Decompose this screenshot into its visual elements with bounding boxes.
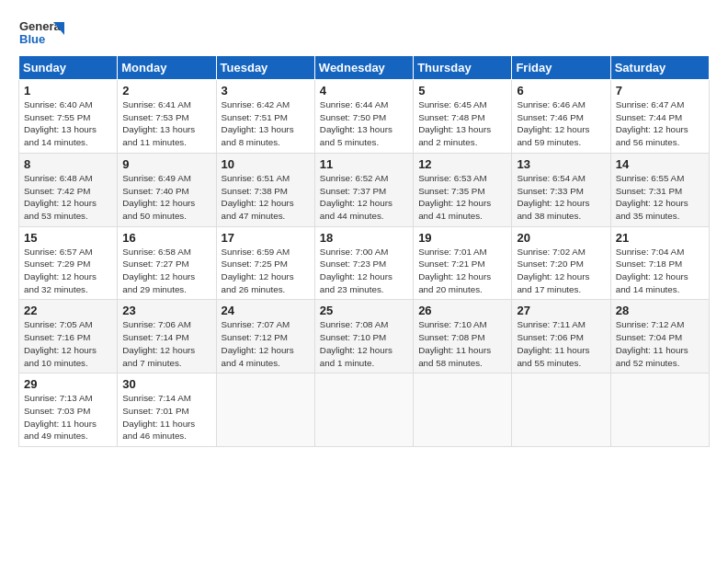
calendar-week-1: 1Sunrise: 6:40 AMSunset: 7:55 PMDaylight… (19, 80, 710, 154)
calendar-cell: 25Sunrise: 7:08 AMSunset: 7:10 PMDayligh… (314, 300, 413, 373)
day-info: Sunrise: 6:55 AMSunset: 7:31 PMDaylight:… (616, 172, 704, 223)
day-number: 4 (320, 84, 408, 98)
calendar-cell: 1Sunrise: 6:40 AMSunset: 7:55 PMDaylight… (19, 80, 118, 154)
day-info: Sunrise: 7:04 AMSunset: 7:18 PMDaylight:… (616, 246, 704, 296)
calendar-cell: 15Sunrise: 6:57 AMSunset: 7:29 PMDayligh… (19, 226, 118, 300)
day-number: 8 (24, 157, 112, 171)
day-number: 21 (616, 231, 704, 245)
calendar-cell: 5Sunrise: 6:45 AMSunset: 7:48 PMDaylight… (414, 80, 512, 154)
calendar-cell: 12Sunrise: 6:53 AMSunset: 7:35 PMDayligh… (414, 153, 512, 226)
day-number: 12 (418, 157, 506, 171)
day-info: Sunrise: 7:08 AMSunset: 7:10 PMDaylight:… (320, 318, 408, 369)
day-info: Sunrise: 6:51 AMSunset: 7:38 PMDaylight:… (222, 172, 310, 223)
day-info: Sunrise: 6:46 AMSunset: 7:46 PMDaylight:… (517, 98, 605, 149)
calendar-header-sunday: Sunday (19, 56, 118, 80)
day-number: 9 (122, 157, 210, 171)
calendar-header-wednesday: Wednesday (314, 56, 413, 80)
day-info: Sunrise: 7:01 AMSunset: 7:21 PMDaylight:… (418, 246, 506, 296)
day-number: 13 (517, 157, 605, 171)
calendar-cell: 3Sunrise: 6:42 AMSunset: 7:51 PMDaylight… (216, 80, 314, 154)
day-number: 22 (24, 304, 112, 317)
day-info: Sunrise: 7:02 AMSunset: 7:20 PMDaylight:… (517, 246, 605, 296)
day-number: 30 (122, 377, 210, 391)
calendar-cell: 10Sunrise: 6:51 AMSunset: 7:38 PMDayligh… (216, 153, 314, 226)
day-info: Sunrise: 7:00 AMSunset: 7:23 PMDaylight:… (320, 246, 408, 296)
calendar-table: SundayMondayTuesdayWednesdayThursdayFrid… (18, 55, 710, 447)
calendar-cell (216, 373, 314, 447)
calendar-cell: 9Sunrise: 6:49 AMSunset: 7:40 PMDaylight… (118, 153, 216, 226)
calendar-cell: 28Sunrise: 7:12 AMSunset: 7:04 PMDayligh… (610, 300, 709, 373)
calendar-cell (414, 373, 512, 447)
calendar-header-saturday: Saturday (610, 56, 709, 80)
day-info: Sunrise: 6:41 AMSunset: 7:53 PMDaylight:… (122, 98, 210, 149)
day-info: Sunrise: 6:52 AMSunset: 7:37 PMDaylight:… (320, 172, 408, 223)
header: General Blue (18, 15, 710, 50)
calendar-cell: 14Sunrise: 6:55 AMSunset: 7:31 PMDayligh… (610, 153, 709, 226)
calendar-header-row: SundayMondayTuesdayWednesdayThursdayFrid… (19, 56, 710, 80)
day-number: 27 (517, 304, 605, 317)
calendar-cell: 13Sunrise: 6:54 AMSunset: 7:33 PMDayligh… (512, 153, 610, 226)
calendar-cell: 20Sunrise: 7:02 AMSunset: 7:20 PMDayligh… (512, 226, 610, 300)
day-number: 10 (222, 157, 310, 171)
calendar-cell: 27Sunrise: 7:11 AMSunset: 7:06 PMDayligh… (512, 300, 610, 373)
calendar-cell: 22Sunrise: 7:05 AMSunset: 7:16 PMDayligh… (19, 300, 118, 373)
day-info: Sunrise: 6:44 AMSunset: 7:50 PMDaylight:… (320, 98, 408, 149)
calendar-cell: 19Sunrise: 7:01 AMSunset: 7:21 PMDayligh… (414, 226, 512, 300)
logo-icon: General Blue (18, 15, 66, 50)
calendar-header-friday: Friday (512, 56, 610, 80)
day-number: 3 (222, 84, 310, 98)
day-info: Sunrise: 6:47 AMSunset: 7:44 PMDaylight:… (616, 98, 704, 149)
calendar-cell: 26Sunrise: 7:10 AMSunset: 7:08 PMDayligh… (414, 300, 512, 373)
day-number: 20 (517, 231, 605, 245)
day-info: Sunrise: 7:10 AMSunset: 7:08 PMDaylight:… (418, 318, 506, 369)
day-info: Sunrise: 7:14 AMSunset: 7:01 PMDaylight:… (122, 392, 210, 442)
calendar-week-5: 29Sunrise: 7:13 AMSunset: 7:03 PMDayligh… (19, 373, 710, 447)
calendar-cell: 8Sunrise: 6:48 AMSunset: 7:42 PMDaylight… (19, 153, 118, 226)
day-number: 7 (616, 84, 704, 98)
day-info: Sunrise: 6:58 AMSunset: 7:27 PMDaylight:… (122, 246, 210, 296)
day-info: Sunrise: 7:12 AMSunset: 7:04 PMDaylight:… (616, 318, 704, 369)
day-number: 5 (418, 84, 506, 98)
day-number: 26 (418, 304, 506, 317)
day-info: Sunrise: 7:11 AMSunset: 7:06 PMDaylight:… (517, 318, 605, 369)
calendar-cell: 2Sunrise: 6:41 AMSunset: 7:53 PMDaylight… (118, 80, 216, 154)
day-info: Sunrise: 6:48 AMSunset: 7:42 PMDaylight:… (24, 172, 112, 223)
calendar-week-3: 15Sunrise: 6:57 AMSunset: 7:29 PMDayligh… (19, 226, 710, 300)
calendar-cell: 24Sunrise: 7:07 AMSunset: 7:12 PMDayligh… (216, 300, 314, 373)
day-number: 24 (222, 304, 310, 317)
calendar-week-2: 8Sunrise: 6:48 AMSunset: 7:42 PMDaylight… (19, 153, 710, 226)
day-number: 6 (517, 84, 605, 98)
day-info: Sunrise: 6:54 AMSunset: 7:33 PMDaylight:… (517, 172, 605, 223)
calendar-cell: 7Sunrise: 6:47 AMSunset: 7:44 PMDaylight… (610, 80, 709, 154)
day-info: Sunrise: 6:59 AMSunset: 7:25 PMDaylight:… (222, 246, 310, 296)
calendar-cell: 6Sunrise: 6:46 AMSunset: 7:46 PMDaylight… (512, 80, 610, 154)
calendar-cell: 21Sunrise: 7:04 AMSunset: 7:18 PMDayligh… (610, 226, 709, 300)
calendar-header-tuesday: Tuesday (216, 56, 314, 80)
day-number: 15 (24, 231, 112, 245)
day-number: 19 (418, 231, 506, 245)
day-number: 17 (222, 231, 310, 245)
calendar-cell: 4Sunrise: 6:44 AMSunset: 7:50 PMDaylight… (314, 80, 413, 154)
day-number: 14 (616, 157, 704, 171)
day-info: Sunrise: 6:40 AMSunset: 7:55 PMDaylight:… (24, 98, 112, 149)
day-number: 18 (320, 231, 408, 245)
calendar-cell (314, 373, 413, 447)
day-info: Sunrise: 7:07 AMSunset: 7:12 PMDaylight:… (222, 318, 310, 369)
day-info: Sunrise: 7:05 AMSunset: 7:16 PMDaylight:… (24, 318, 112, 369)
page: General Blue SundayMondayTuesdayWednesda… (0, 0, 728, 456)
day-info: Sunrise: 6:49 AMSunset: 7:40 PMDaylight:… (122, 172, 210, 223)
day-info: Sunrise: 7:13 AMSunset: 7:03 PMDaylight:… (24, 392, 112, 442)
day-number: 25 (320, 304, 408, 317)
day-number: 28 (616, 304, 704, 317)
day-info: Sunrise: 7:06 AMSunset: 7:14 PMDaylight:… (122, 318, 210, 369)
day-info: Sunrise: 6:57 AMSunset: 7:29 PMDaylight:… (24, 246, 112, 296)
calendar-cell: 16Sunrise: 6:58 AMSunset: 7:27 PMDayligh… (118, 226, 216, 300)
calendar-week-4: 22Sunrise: 7:05 AMSunset: 7:16 PMDayligh… (19, 300, 710, 373)
calendar-header-monday: Monday (118, 56, 216, 80)
day-number: 1 (24, 84, 112, 98)
day-number: 16 (122, 231, 210, 245)
svg-text:Blue: Blue (19, 32, 45, 46)
day-number: 23 (122, 304, 210, 317)
calendar-cell: 23Sunrise: 7:06 AMSunset: 7:14 PMDayligh… (118, 300, 216, 373)
calendar-cell: 11Sunrise: 6:52 AMSunset: 7:37 PMDayligh… (314, 153, 413, 226)
